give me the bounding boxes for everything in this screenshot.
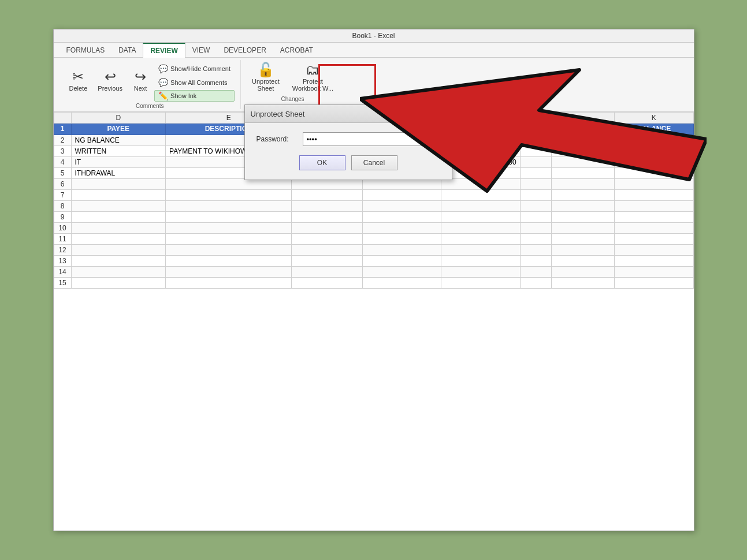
row4-credit: $750.00 [441,156,520,167]
col-h-header: H [441,113,520,124]
table-row: 7 [54,189,693,200]
dialog-titlebar: Unprotect Sheet ? ✕ [245,105,452,123]
row4-balance: $1,250.00 [615,156,693,167]
previous-icon: ↩ [105,70,116,84]
ribbon-content: ✂ Delete ↩ Previous ↪ Next [54,58,694,111]
row-3-header: 3 [54,145,71,156]
row-9-header: 9 [54,211,71,222]
ink-icon: ✏️ [158,91,168,100]
in-header: IN [520,124,552,135]
row-8-header: 8 [54,200,71,211]
table-row: 12 [54,244,693,255]
corner-header [54,113,71,124]
row2-credit [441,135,520,145]
row3-in [520,145,552,156]
next-label: Next [134,85,147,92]
table-row: 15 [54,277,693,288]
protect-workbook-icon: 🗂 [306,63,319,77]
row3-credit [441,145,520,156]
col-i-header: I [520,113,552,124]
comment-icon: 💬 [158,64,168,73]
changes-buttons-row: 🔓 UnprotectSheet 🗂 ProtectWorkbook W... [247,60,339,95]
window-title: Book1 - Excel [352,32,395,40]
ribbon: FORMULAS DATA REVIEW VIEW DEVELOPER ACRO… [54,43,694,112]
excel-window: Book1 - Excel FORMULAS DATA REVIEW VIEW … [53,29,694,531]
row-5-header: 5 [54,167,71,178]
show-all-label: Show All Comments [170,79,227,86]
row4-blank [552,156,615,167]
credit-header: CREDIT [441,124,520,135]
title-bar: Book1 - Excel [54,29,694,43]
dialog-buttons: OK Cancel [257,155,440,170]
dialog-title-controls: ? ✕ [422,109,446,119]
show-ink-button[interactable]: ✏️ Show Ink [154,90,235,102]
dialog-help-button[interactable]: ? [422,109,431,118]
row5-in [520,167,552,178]
balance-header: BALANCE [615,124,693,135]
row2-in [520,135,552,145]
row5-blank [552,167,615,178]
tab-formulas[interactable]: FORMULAS [60,43,112,57]
tab-acrobat[interactable]: ACROBAT [273,43,320,57]
table-row: 13 [54,255,693,266]
tab-view[interactable]: VIEW [185,43,217,57]
row-12-header: 12 [54,244,71,255]
col-k-header: K [615,113,693,124]
ribbon-tabs: FORMULAS DATA REVIEW VIEW DEVELOPER ACRO… [54,43,694,58]
row-10-header: 10 [54,222,71,233]
protect-workbook-button[interactable]: 🗂 ProtectWorkbook W... [287,60,339,95]
unprotect-sheet-label: UnprotectSheet [252,78,280,92]
comments-buttons-row: ✂ Delete ↩ Previous ↪ Next [65,60,235,102]
table-row: 14 [54,266,693,277]
unprotect-dialog: Unprotect Sheet ? ✕ Password: OK Cancel [244,104,452,180]
blank-header [552,124,615,135]
delete-icon: ✂ [72,70,84,84]
next-button[interactable]: ↪ Next [129,67,152,95]
tab-review[interactable]: REVIEW [143,43,185,58]
row2-balance: $1,000.00 [615,135,693,145]
ok-button[interactable]: OK [299,155,345,170]
row-4-header: 4 [54,156,71,167]
table-row: 11 [54,233,693,244]
show-hide-label: Show/Hide Comment [170,65,231,72]
changes-group-label: Changes [281,95,304,102]
row2-blank [552,135,615,145]
row-6-header: 6 [54,178,71,189]
payee-header: PAYEE [71,124,166,135]
show-all-comments-button[interactable]: 💬 Show All Comments [154,76,235,89]
row5-credit [441,167,520,178]
row3-blank [552,145,615,156]
row2-payee: NG BALANCE [71,135,166,145]
row-7-header: 7 [54,189,71,200]
delete-button[interactable]: ✂ Delete [65,67,92,95]
all-comments-icon: 💬 [158,78,168,87]
comments-group-label: Comments [136,102,163,109]
password-label: Password: [257,135,297,143]
row-2-header: 2 [54,135,71,145]
row-1-header: 1 [54,124,71,135]
row4-in [520,156,552,167]
protect-workbook-label: ProtectWorkbook W... [292,78,333,92]
comment-side-buttons: 💬 Show/Hide Comment 💬 Show All Comments … [154,60,235,102]
tab-developer[interactable]: DEVELOPER [217,43,273,57]
previous-button[interactable]: ↩ Previous [94,67,127,95]
col-d-header: D [71,113,166,124]
password-input[interactable] [303,132,440,146]
dialog-close-button[interactable]: ✕ [434,109,446,119]
comments-group: ✂ Delete ↩ Previous ↪ Next [60,60,241,109]
row-15-header: 15 [54,277,71,288]
show-hide-comment-button[interactable]: 💬 Show/Hide Comment [154,62,235,75]
col-j-header [552,113,615,124]
row4-payee: IT [71,156,166,167]
unprotect-sheet-button[interactable]: 🔓 UnprotectSheet [247,60,285,95]
cancel-button[interactable]: Cancel [351,155,397,170]
table-row: 8 [54,200,693,211]
tab-data[interactable]: DATA [112,43,143,57]
row3-balance: $500.00 [615,145,693,156]
row-11-header: 11 [54,233,71,244]
next-icon: ↪ [135,70,146,84]
table-row: 9 [54,211,693,222]
changes-group: 🔓 UnprotectSheet 🗂 ProtectWorkbook W... … [241,60,344,102]
lock-icon: 🔓 [257,63,274,77]
row5-payee: ITHDRAWAL [71,167,166,178]
